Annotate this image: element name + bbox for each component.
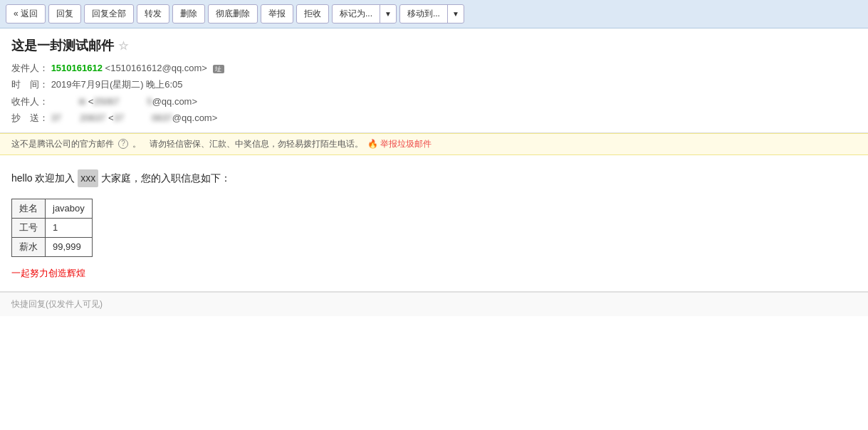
address-book-icon[interactable]: 址 — [213, 65, 224, 73]
table-row: 薪水99,999 — [12, 237, 93, 256]
table-cell-label: 姓名 — [12, 199, 46, 218]
cc-name: 37 20637 — [51, 110, 106, 126]
star-icon[interactable]: ☆ — [118, 39, 128, 53]
table-row: 工号1 — [12, 218, 93, 237]
forward-button[interactable]: 转发 — [137, 4, 169, 23]
back-button[interactable]: « 返回 — [6, 4, 46, 23]
toolbar: « 返回 回复 回复全部 转发 删除 彻底删除 举报 拒收 标记为... ▼ 移… — [0, 0, 868, 28]
reply-all-button[interactable]: 回复全部 — [84, 4, 134, 23]
move-arrow-icon[interactable]: ▼ — [448, 7, 464, 21]
delete-button[interactable]: 删除 — [172, 4, 205, 23]
mark-button[interactable]: 标记为... ▼ — [332, 4, 397, 23]
time-row: 时 间： 2019年7月9日(星期二) 晚上6:05 — [11, 76, 857, 93]
sender-email-addr: <1510161612@qq.com> — [105, 63, 207, 73]
fire-icon: 🔥 — [367, 139, 378, 149]
warning-separator: 。 — [132, 138, 141, 150]
cc-email: <37 0637@qq.com> — [108, 112, 217, 123]
cc-row: 抄 送： 37 20637 <37 0637@qq.com> — [11, 110, 857, 126]
question-icon[interactable]: ? — [118, 139, 128, 149]
closing-text: 一起努力创造辉煌 — [11, 267, 857, 280]
mark-arrow-icon[interactable]: ▼ — [380, 7, 396, 21]
time-value: 2019年7月9日(星期二) 晚上6:05 — [51, 79, 183, 90]
company-name: xxx — [78, 169, 98, 187]
report-spam-label[interactable]: 举报垃圾邮件 — [380, 138, 432, 150]
greeting-start: hello 欢迎加入 — [11, 172, 75, 184]
email-title-row: 这是一封测试邮件 ☆ — [11, 37, 857, 54]
to-email: <25067 5@qq.com> — [88, 96, 197, 107]
table-row: 姓名javaboy — [12, 199, 93, 218]
greeting-end-text: 大家庭，您的入职信息如下： — [101, 172, 231, 184]
reply-button[interactable]: 回复 — [48, 4, 81, 23]
footer-hint: 快捷回复(仅发件人可见) — [11, 299, 103, 309]
table-cell-value: javaboy — [46, 199, 93, 218]
mark-label[interactable]: 标记为... — [333, 5, 380, 23]
email-body: hello 欢迎加入 xxx 大家庭，您的入职信息如下： 姓名javaboy工号… — [0, 155, 868, 291]
table-cell-label: 薪水 — [12, 237, 46, 256]
warning-banner: 这不是腾讯公司的官方邮件 ? 。 请勿轻信密保、汇款、中奖信息，勿轻易拨打陌生电… — [0, 133, 868, 155]
report-button[interactable]: 举报 — [261, 4, 293, 23]
to-name: iti — [51, 93, 85, 110]
move-label[interactable]: 移动到... — [400, 5, 448, 23]
report-spam-link[interactable]: 🔥 举报垃圾邮件 — [367, 138, 432, 150]
email-footer: 快捷回复(仅发件人可见) — [0, 292, 868, 316]
reject-button[interactable]: 拒收 — [296, 4, 329, 23]
greeting-text: hello 欢迎加入 xxx 大家庭，您的入职信息如下： — [11, 169, 857, 187]
from-label: 发件人： — [11, 63, 48, 73]
to-label: 收件人： — [11, 96, 48, 107]
table-cell-value: 99,999 — [46, 237, 93, 256]
cc-label: 抄 送： — [11, 112, 48, 123]
from-row: 发件人： 1510161612 <1510161612@qq.com> 址 — [11, 60, 857, 76]
to-row: 收件人： iti <25067 5@qq.com> — [11, 93, 857, 110]
warning-advice-text: 请勿轻信密保、汇款、中奖信息，勿轻易拨打陌生电话。 — [150, 138, 363, 150]
time-label: 时 间： — [11, 79, 48, 90]
perm-delete-button[interactable]: 彻底删除 — [208, 4, 258, 23]
email-header: 这是一封测试邮件 ☆ 发件人： 1510161612 <1510161612@q… — [0, 28, 868, 133]
warning-text: 这不是腾讯公司的官方邮件 — [11, 138, 114, 150]
info-table: 姓名javaboy工号1薪水99,999 — [11, 199, 93, 257]
email-title: 这是一封测试邮件 — [11, 37, 114, 54]
sender-name[interactable]: 1510161612 — [51, 63, 103, 73]
table-cell-value: 1 — [46, 218, 93, 237]
table-cell-label: 工号 — [12, 218, 46, 237]
move-button[interactable]: 移动到... ▼ — [399, 4, 464, 23]
